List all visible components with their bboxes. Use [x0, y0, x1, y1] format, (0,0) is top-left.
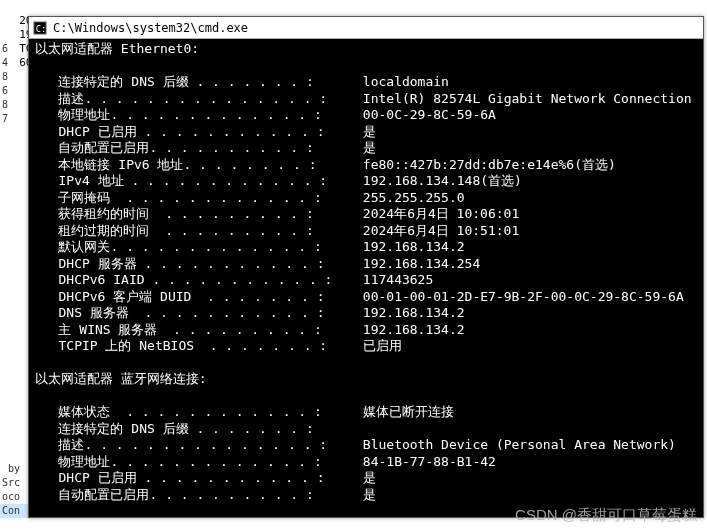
console-kv-line: 默认网关. . . . . . . . . . . . . : 192.168.… [35, 239, 697, 256]
gutter-line [0, 336, 28, 350]
gutter-line: oco [0, 490, 28, 504]
gutter-line [0, 294, 28, 308]
kv-label: 自动配置已启用. . . . . . . . . . : [35, 487, 355, 504]
gutter-line [0, 280, 28, 294]
kv-value: fe80::427b:27dd:db7e:e14e%6(首选) [355, 157, 616, 172]
gutter-line: 6 [0, 84, 28, 98]
kv-value: 117443625 [355, 272, 433, 287]
kv-label: 连接特定的 DNS 后缀 . . . . . . . : [35, 74, 355, 91]
gutter-line [0, 14, 28, 28]
console-kv-line: DHCP 已启用 . . . . . . . . . . . : 是 [35, 470, 697, 487]
gutter-line [0, 518, 28, 531]
console-line: 以太网适配器 Ethernet0: [35, 41, 697, 58]
console-kv-line: 主 WINS 服务器 . . . . . . . . . : 192.168.1… [35, 322, 697, 339]
title-bar[interactable]: C: C:\Windows\system32\cmd.exe [29, 17, 703, 39]
kv-value: 192.168.134.2 [355, 322, 465, 337]
gutter-line [0, 322, 28, 336]
kv-label: 默认网关. . . . . . . . . . . . . : [35, 239, 355, 256]
console-kv-line: 描述. . . . . . . . . . . . . . . : Blueto… [35, 437, 697, 454]
kv-label: 媒体状态 . . . . . . . . . . . . : [35, 404, 355, 421]
kv-label: 租约过期的时间 . . . . . . . . . : [35, 223, 355, 240]
console-line [35, 58, 697, 75]
cmd-icon: C: [33, 21, 47, 35]
svg-text:C:: C: [36, 23, 47, 33]
console-kv-line: 本地链接 IPv6 地址. . . . . . . . : fe80::427b… [35, 157, 697, 174]
kv-value: 255.255.255.0 [355, 190, 465, 205]
window-title: C:\Windows\system32\cmd.exe [53, 21, 248, 35]
gutter-line: Src [0, 476, 28, 490]
kv-value: 192.168.134.2 [355, 305, 465, 320]
gutter-line: 6 [0, 42, 28, 56]
kv-value: 2024年6月4日 10:06:01 [355, 206, 519, 221]
console-kv-line: 物理地址. . . . . . . . . . . . . : 84-1B-77… [35, 454, 697, 471]
kv-label: 本地链接 IPv6 地址. . . . . . . . : [35, 157, 355, 174]
console-kv-line: 自动配置已启用. . . . . . . . . . : 是 [35, 487, 697, 504]
kv-label: 获得租约的时间 . . . . . . . . . : [35, 206, 355, 223]
kv-value: 2024年6月4日 10:51:01 [355, 223, 519, 238]
kv-value: 00-01-00-01-2D-E7-9B-2F-00-0C-29-8C-59-6… [355, 289, 684, 304]
kv-value: 192.168.134.2 [355, 239, 465, 254]
kv-label: DHCPv6 客户端 DUID . . . . . . . : [35, 289, 355, 306]
console-kv-line: IPv4 地址 . . . . . . . . . . . . : 192.16… [35, 173, 697, 190]
kv-value: 是 [355, 487, 376, 502]
kv-value: Intel(R) 82574L Gigabit Network Connecti… [355, 91, 692, 106]
console-line [35, 503, 697, 517]
gutter-line [0, 238, 28, 252]
gutter-line [0, 196, 28, 210]
gutter-line: 7 [0, 112, 28, 126]
gutter-line [0, 378, 28, 392]
kv-value: 是 [355, 140, 376, 155]
kv-label: 连接特定的 DNS 后缀 . . . . . . . : [35, 421, 355, 438]
console-kv-line: 连接特定的 DNS 后缀 . . . . . . . : [35, 421, 697, 438]
gutter-line [0, 266, 28, 280]
gutter-line [0, 210, 28, 224]
packet-row: 201.197.97.166 192.168.134.148 TCP 60 12… [0, 0, 707, 14]
console-kv-line: DHCP 已启用 . . . . . . . . . . . : 是 [35, 124, 697, 141]
kv-label: DHCPv6 IAID . . . . . . . . . . . : [35, 272, 355, 289]
kv-label: 主 WINS 服务器 . . . . . . . . . : [35, 322, 355, 339]
console-kv-line: DHCPv6 IAID . . . . . . . . . . . : 1174… [35, 272, 697, 289]
console-kv-line: DNS 服务器 . . . . . . . . . . . : 192.168.… [35, 305, 697, 322]
gutter-line [0, 420, 28, 434]
kv-label: 子网掩码 . . . . . . . . . . . . : [35, 190, 355, 207]
kv-label: DNS 服务器 . . . . . . . . . . . : [35, 305, 355, 322]
gutter-line: 8 [0, 70, 28, 84]
gutter-line [0, 448, 28, 462]
console-kv-line: DHCPv6 客户端 DUID . . . . . . . : 00-01-00… [35, 289, 697, 306]
gutter-line [0, 126, 28, 140]
kv-label: 物理地址. . . . . . . . . . . . . : [35, 454, 355, 471]
console-kv-line: 描述. . . . . . . . . . . . . . . : Intel(… [35, 91, 697, 108]
gutter-line: by [0, 462, 28, 476]
gutter-line: 8 [0, 98, 28, 112]
console-line [35, 388, 697, 405]
gutter-line [0, 140, 28, 154]
cmd-window: C: C:\Windows\system32\cmd.exe 以太网适配器 Et… [28, 16, 704, 518]
console-line [35, 355, 697, 372]
kv-value: 媒体已断开连接 [355, 404, 454, 419]
console-kv-line: DHCP 服务器 . . . . . . . . . . . : 192.168… [35, 256, 697, 273]
kv-label: DHCP 已启用 . . . . . . . . . . . : [35, 124, 355, 141]
console-kv-line: 自动配置已启用. . . . . . . . . . : 是 [35, 140, 697, 157]
console-kv-line: 媒体状态 . . . . . . . . . . . . : 媒体已断开连接 [35, 404, 697, 421]
gutter-line [0, 350, 28, 364]
kv-value: 192.168.134.148(首选) [355, 173, 522, 188]
console-kv-line: 连接特定的 DNS 后缀 . . . . . . . : localdomain [35, 74, 697, 91]
gutter-line [0, 364, 28, 378]
kv-label: 描述. . . . . . . . . . . . . . . : [35, 91, 355, 108]
kv-value: Bluetooth Device (Personal Area Network) [355, 437, 676, 452]
kv-value: 192.168.134.254 [355, 256, 480, 271]
gutter-line [0, 392, 28, 406]
kv-value: 是 [355, 470, 376, 485]
kv-label: IPv4 地址 . . . . . . . . . . . . : [35, 173, 355, 190]
kv-label: DHCP 服务器 . . . . . . . . . . . : [35, 256, 355, 273]
kv-label: 描述. . . . . . . . . . . . . . . : [35, 437, 355, 454]
gutter-line [0, 168, 28, 182]
console-output[interactable]: 以太网适配器 Ethernet0: 连接特定的 DNS 后缀 . . . . .… [29, 39, 703, 517]
console-line: 以太网适配器 蓝牙网络连接: [35, 371, 697, 388]
kv-value: 已启用 [355, 338, 402, 353]
kv-label: 物理地址. . . . . . . . . . . . . : [35, 107, 355, 124]
kv-value: 是 [355, 124, 376, 139]
gutter-line [0, 28, 28, 42]
gutter-line [0, 252, 28, 266]
kv-label: 自动配置已启用. . . . . . . . . . : [35, 140, 355, 157]
